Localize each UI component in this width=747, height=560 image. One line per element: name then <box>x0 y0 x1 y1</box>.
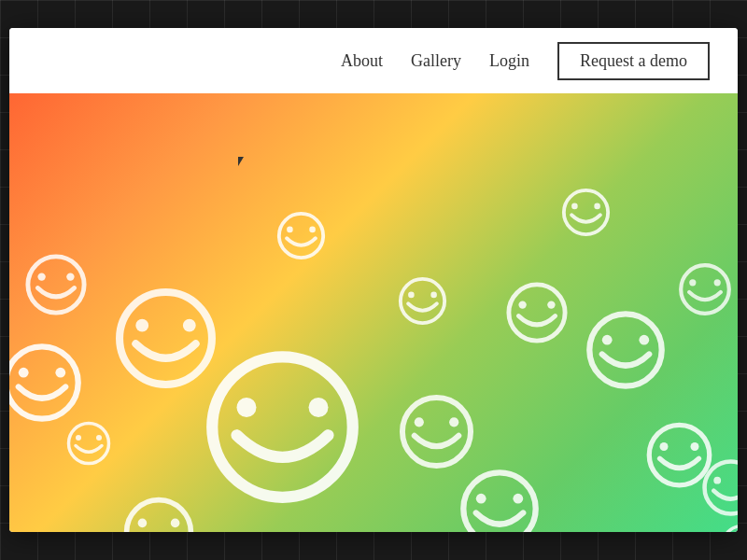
svg-point-24 <box>402 398 471 466</box>
smiley-face <box>201 345 364 509</box>
svg-point-35 <box>594 203 600 210</box>
svg-point-9 <box>69 424 109 464</box>
svg-point-15 <box>212 357 353 497</box>
svg-point-32 <box>547 301 555 308</box>
svg-point-41 <box>691 442 699 451</box>
svg-point-25 <box>415 417 424 427</box>
svg-point-31 <box>518 301 526 308</box>
navbar: About Gallery Login Request a demo <box>9 28 738 93</box>
svg-point-33 <box>564 190 608 234</box>
svg-point-0 <box>9 346 78 418</box>
smiley-face <box>719 523 738 532</box>
svg-point-40 <box>660 442 669 451</box>
svg-point-4 <box>37 273 45 280</box>
svg-point-37 <box>602 335 613 345</box>
svg-point-10 <box>76 435 81 441</box>
svg-point-20 <box>309 227 316 233</box>
svg-point-17 <box>309 398 329 417</box>
svg-point-8 <box>183 319 196 332</box>
svg-point-43 <box>689 279 696 286</box>
svg-point-26 <box>449 417 458 427</box>
svg-point-23 <box>430 292 437 299</box>
svg-point-5 <box>66 273 74 280</box>
svg-point-16 <box>237 398 257 417</box>
svg-point-3 <box>28 257 84 313</box>
svg-point-6 <box>120 292 212 385</box>
svg-point-42 <box>681 265 729 314</box>
svg-point-44 <box>714 279 721 286</box>
svg-point-48 <box>723 526 739 533</box>
smiley-face <box>121 495 196 532</box>
smiley-face <box>584 308 668 392</box>
svg-point-46 <box>713 477 721 484</box>
svg-point-2 <box>55 368 65 378</box>
nav-link-gallery[interactable]: Gallery <box>411 51 461 71</box>
svg-point-13 <box>138 519 148 528</box>
svg-point-38 <box>639 335 649 345</box>
smiley-face <box>677 261 733 317</box>
svg-point-12 <box>127 500 191 532</box>
svg-point-34 <box>571 203 578 210</box>
smiley-face <box>397 275 448 327</box>
svg-point-22 <box>408 292 415 299</box>
svg-point-28 <box>476 494 486 504</box>
svg-point-36 <box>589 314 661 385</box>
request-demo-button[interactable]: Request a demo <box>557 42 710 80</box>
nav-link-login[interactable]: Login <box>489 51 529 71</box>
svg-point-1 <box>19 368 29 378</box>
smiley-face <box>397 392 476 471</box>
svg-point-30 <box>509 285 565 341</box>
svg-point-29 <box>513 494 523 504</box>
smiley-face <box>458 467 542 532</box>
smiley-face <box>9 341 84 425</box>
smiley-face <box>504 280 570 345</box>
svg-point-11 <box>96 435 102 441</box>
smiley-face <box>275 210 327 261</box>
svg-point-21 <box>401 279 444 323</box>
hero-section <box>9 93 738 532</box>
browser-window: About Gallery Login Request a demo <box>9 28 738 532</box>
nav-link-about[interactable]: About <box>341 51 383 71</box>
svg-point-19 <box>287 227 293 233</box>
smiley-face <box>23 252 89 317</box>
svg-point-45 <box>705 462 738 514</box>
smiley-face <box>700 457 738 518</box>
svg-point-14 <box>171 519 180 528</box>
smiley-face <box>560 187 612 238</box>
svg-point-18 <box>279 214 323 258</box>
smiley-face <box>65 420 112 467</box>
svg-point-7 <box>135 319 148 332</box>
